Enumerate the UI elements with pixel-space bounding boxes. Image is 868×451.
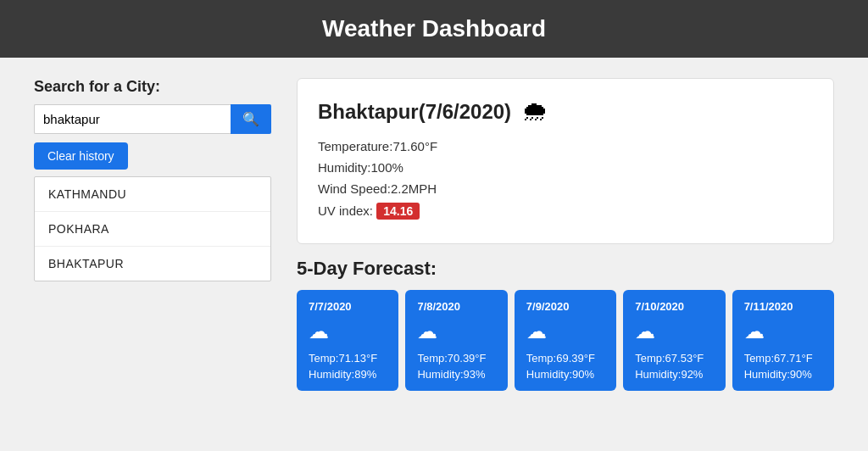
page-header: Weather Dashboard [0,0,868,58]
forecast-humidity-3: Humidity:92% [635,368,713,381]
weather-icon: 🌧 [521,96,548,127]
forecast-card-3: 7/10/2020 ☁ Temp:67.53°F Humidity:92% [623,290,725,391]
search-button[interactable]: 🔍 [231,104,271,134]
forecast-icon-3: ☁ [635,320,713,343]
wind-label: Wind Speed: [318,181,391,196]
forecast-humidity-2: Humidity:90% [526,368,604,381]
forecast-humidity-0: Humidity:89% [309,368,387,381]
history-item[interactable]: POKHARA [35,212,270,247]
history-item[interactable]: BHAKTAPUR [35,247,270,281]
uv-label: UV index: [318,203,373,218]
forecast-temp-1: Temp:70.39°F [417,352,495,365]
clear-history-button[interactable]: Clear history [34,142,128,170]
forecast-card-2: 7/9/2020 ☁ Temp:69.39°F Humidity:90% [515,290,616,391]
history-item[interactable]: KATHMANDU [35,177,270,212]
humidity-row: Humidity:100% [318,160,813,175]
forecast-temp-4: Temp:67.71°F [744,352,822,365]
search-input[interactable] [34,104,231,134]
uv-row: UV index: 14.16 [318,203,813,220]
humidity-value: 100% [371,160,403,175]
history-list: KATHMANDU POKHARA BHAKTAPUR [34,176,271,281]
current-weather-header: Bhaktapur(7/6/2020) 🌧 [318,96,813,127]
forecast-temp-3: Temp:67.53°F [635,352,713,365]
forecast-card-1: 7/8/2020 ☁ Temp:70.39°F Humidity:93% [405,290,507,391]
forecast-title: 5-Day Forecast: [297,258,834,280]
wind-value: 2.2MPH [391,181,437,196]
temperature-row: Temperature:71.60°F [318,139,813,153]
forecast-date-2: 7/9/2020 [526,300,604,313]
forecast-section: 5-Day Forecast: 7/7/2020 ☁ Temp:71.13°F … [297,258,834,391]
clear-history-label: Clear history [47,149,114,163]
forecast-icon-1: ☁ [417,320,495,343]
temperature-label: Temperature: [318,139,392,153]
uv-badge: 14.16 [376,203,420,220]
forecast-cards: 7/7/2020 ☁ Temp:71.13°F Humidity:89% 7/8… [297,290,834,391]
temperature-value: 71.60°F [392,139,437,153]
search-label: Search for a City: [34,78,271,96]
search-row: 🔍 [34,104,271,134]
wind-row: Wind Speed:2.2MPH [318,181,813,196]
forecast-date-0: 7/7/2020 [309,300,387,313]
main-content: Search for a City: 🔍 Clear history KATHM… [0,58,868,411]
forecast-temp-2: Temp:69.39°F [526,352,604,365]
current-weather-card: Bhaktapur(7/6/2020) 🌧 Temperature:71.60°… [297,78,834,244]
forecast-card-0: 7/7/2020 ☁ Temp:71.13°F Humidity:89% [297,290,398,391]
forecast-date-3: 7/10/2020 [635,300,713,313]
forecast-icon-0: ☁ [309,320,387,343]
forecast-date-4: 7/11/2020 [744,300,822,313]
right-panel: Bhaktapur(7/6/2020) 🌧 Temperature:71.60°… [297,78,834,391]
page-title: Weather Dashboard [322,15,546,42]
left-panel: Search for a City: 🔍 Clear history KATHM… [34,78,271,391]
forecast-date-1: 7/8/2020 [417,300,495,313]
forecast-humidity-4: Humidity:90% [744,368,822,381]
search-icon: 🔍 [242,112,259,126]
forecast-icon-2: ☁ [526,320,604,343]
city-title: Bhaktapur(7/6/2020) [318,100,511,124]
humidity-label: Humidity: [318,160,371,175]
forecast-humidity-1: Humidity:93% [417,368,495,381]
weather-details: Temperature:71.60°F Humidity:100% Wind S… [318,139,813,220]
forecast-icon-4: ☁ [744,320,822,343]
forecast-card-4: 7/11/2020 ☁ Temp:67.71°F Humidity:90% [732,290,834,391]
forecast-temp-0: Temp:71.13°F [309,352,387,365]
